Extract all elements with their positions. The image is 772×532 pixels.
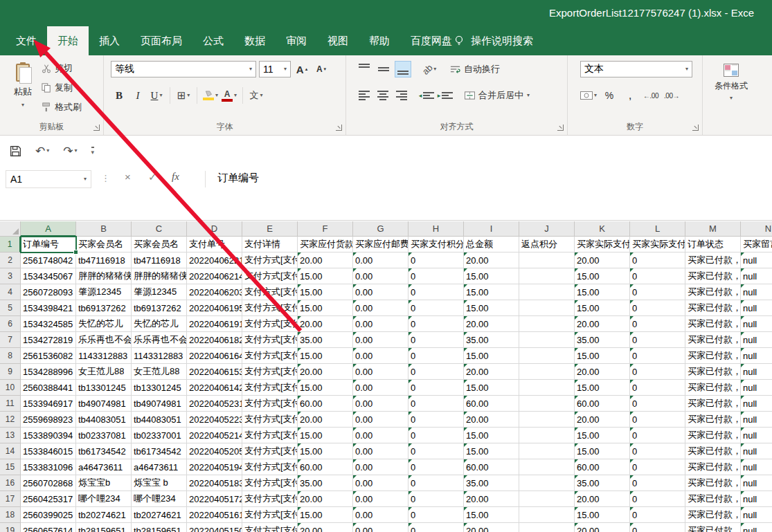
cell-N1[interactable]: 买家留言 [741, 237, 772, 253]
cell-A16[interactable]: 2560702868 [21, 475, 76, 491]
cell-N9[interactable]: null [741, 364, 772, 380]
cell-L5[interactable]: 0 [630, 300, 685, 316]
cell-M9[interactable]: 买家已付款， [685, 364, 741, 380]
alignment-dialog-launcher[interactable] [557, 125, 564, 131]
cell-F5[interactable]: 15.00 [298, 300, 353, 316]
cell-C17[interactable]: 哪个哩234 [132, 491, 187, 507]
column-header-G[interactable]: G [353, 221, 409, 237]
cell-H17[interactable]: 0 [409, 491, 464, 507]
cell-I11[interactable]: 60.00 [464, 396, 519, 412]
cell-B2[interactable]: tb47116918 [76, 253, 132, 268]
formula-bar-resize-handle[interactable]: ⋮ [101, 173, 110, 183]
cell-F10[interactable]: 15.00 [298, 380, 353, 396]
column-header-F[interactable]: F [298, 221, 353, 237]
cell-G4[interactable]: 0.00 [353, 284, 409, 300]
cell-N15[interactable]: null [741, 459, 772, 475]
increase-indent-button[interactable]: ▸ [437, 87, 454, 104]
cell-J14[interactable] [519, 443, 575, 459]
cell-K12[interactable]: 20.00 [575, 412, 630, 428]
cell-K3[interactable]: 15.00 [575, 268, 630, 284]
cell-G7[interactable]: 0.00 [353, 332, 409, 348]
cell-M11[interactable]: 买家已付款， [685, 396, 741, 412]
align-left-button[interactable] [356, 87, 372, 104]
cell-E8[interactable]: 支付方式[支付宝] [242, 348, 298, 364]
cell-H19[interactable]: 0 [409, 523, 464, 532]
percent-style-button[interactable]: % [601, 87, 618, 104]
cell-N16[interactable]: null [741, 475, 772, 491]
cell-A1[interactable]: 订单编号 [21, 237, 76, 253]
cell-D12[interactable]: 2022040522315471 [187, 412, 242, 428]
cancel-button[interactable]: × [125, 171, 131, 183]
cell-K4[interactable]: 15.00 [575, 284, 630, 300]
number-dialog-launcher[interactable] [692, 125, 699, 131]
number-format-combo[interactable]: 文本▾ [580, 61, 692, 77]
cell-B15[interactable]: a46473611 [76, 459, 132, 475]
column-header-D[interactable]: D [187, 221, 242, 237]
cell-E14[interactable]: 支付方式[支付宝] [242, 443, 298, 459]
cell-G18[interactable]: 0.00 [353, 507, 409, 523]
cell-G14[interactable]: 0.00 [353, 443, 409, 459]
cell-H15[interactable]: 0 [409, 459, 464, 475]
tab-formulas[interactable]: 公式 [192, 26, 234, 55]
cell-F15[interactable]: 60.00 [298, 459, 353, 475]
cell-B19[interactable]: tb28159651 [76, 523, 132, 532]
cell-H8[interactable]: 0 [409, 348, 464, 364]
cell-I3[interactable]: 15.00 [464, 268, 519, 284]
cell-L4[interactable]: 0 [630, 284, 685, 300]
cell-H18[interactable]: 0 [409, 507, 464, 523]
tab-file[interactable]: 文件 [6, 26, 47, 55]
cell-D4[interactable]: 2022040620301276 [187, 284, 242, 300]
cell-E18[interactable]: 支付方式[支付宝] [242, 507, 298, 523]
cell-J10[interactable] [519, 380, 575, 396]
cell-A15[interactable]: 1533831096 [21, 459, 76, 475]
cell-M3[interactable]: 买家已付款， [685, 268, 741, 284]
row-header-19[interactable]: 19 [0, 523, 21, 532]
cell-F9[interactable]: 20.00 [298, 364, 353, 380]
cell-A10[interactable]: 2560388441 [21, 380, 76, 396]
cell-I19[interactable]: 20.00 [464, 523, 519, 532]
save-button[interactable] [10, 145, 21, 157]
cell-B14[interactable]: tb61734542 [76, 443, 132, 459]
cell-B4[interactable]: 肇源12345 [76, 284, 132, 300]
align-top-button[interactable] [356, 61, 372, 77]
row-header-2[interactable]: 2 [0, 253, 21, 268]
cell-M14[interactable]: 买家已付款， [685, 443, 741, 459]
cell-J8[interactable] [519, 348, 575, 364]
cell-H10[interactable]: 0 [409, 380, 464, 396]
cell-L1[interactable]: 买家实际支付积分 [630, 237, 685, 253]
cell-K13[interactable]: 15.00 [575, 428, 630, 443]
cell-D1[interactable]: 支付单号 [187, 237, 242, 253]
format-as-table-button[interactable]: 表格 ▾ [761, 59, 772, 123]
cell-L3[interactable]: 0 [630, 268, 685, 284]
cell-J13[interactable] [519, 428, 575, 443]
cell-I1[interactable]: 总金额 [464, 237, 519, 253]
cell-B3[interactable]: 胖胖的猪猪侠 [76, 268, 132, 284]
cell-F1[interactable]: 买家应付货款 [298, 237, 353, 253]
cell-E7[interactable]: 支付方式[支付宝] [242, 332, 298, 348]
cell-N12[interactable]: null [741, 412, 772, 428]
cell-I8[interactable]: 15.00 [464, 348, 519, 364]
cell-A18[interactable]: 2560399025 [21, 507, 76, 523]
cell-F16[interactable]: 35.00 [298, 475, 353, 491]
cell-A8[interactable]: 2561536082 [21, 348, 76, 364]
accounting-format-button[interactable]: ▾ [580, 87, 597, 104]
cell-M18[interactable]: 买家已付款， [685, 507, 741, 523]
cell-C4[interactable]: 肇源12345 [132, 284, 187, 300]
cell-N8[interactable]: null [741, 348, 772, 364]
column-header-L[interactable]: L [630, 221, 685, 237]
cell-F17[interactable]: 20.00 [298, 491, 353, 507]
cell-F19[interactable]: 20.00 [298, 523, 353, 532]
cell-B7[interactable]: 乐乐再也不会 [76, 332, 132, 348]
cell-A9[interactable]: 1534288996 [21, 364, 76, 380]
cell-G3[interactable]: 0.00 [353, 268, 409, 284]
tab-view[interactable]: 视图 [317, 26, 359, 55]
cell-G15[interactable]: 0.00 [353, 459, 409, 475]
cell-D18[interactable]: 2022040516152973 [187, 507, 242, 523]
cell-J3[interactable] [519, 268, 575, 284]
borders-button[interactable]: ⊞▾ [175, 87, 192, 104]
cell-L17[interactable]: 0 [630, 491, 685, 507]
cell-E16[interactable]: 支付方式[支付宝] [242, 475, 298, 491]
cell-B11[interactable]: tb49074981 [76, 396, 132, 412]
font-color-button[interactable]: A ▾ [221, 87, 237, 104]
tab-data[interactable]: 数据 [234, 26, 276, 55]
